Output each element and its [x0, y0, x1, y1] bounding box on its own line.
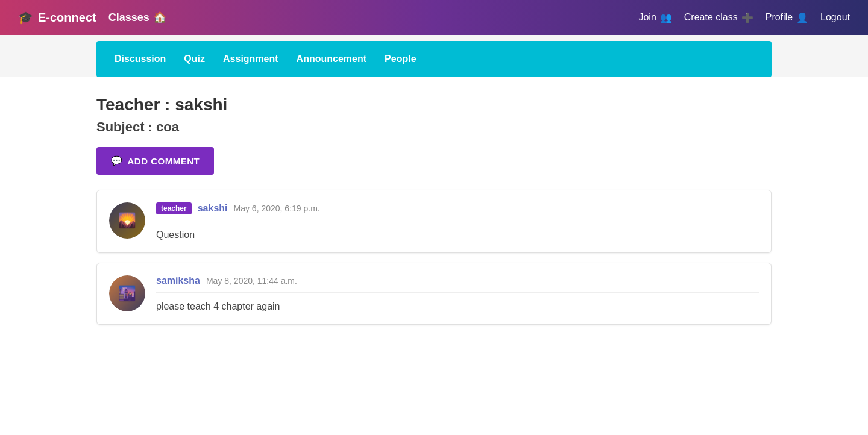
avatar: 🌆 [109, 275, 145, 311]
tab-quiz[interactable]: Quiz [184, 51, 205, 67]
main-content: Teacher : sakshi Subject : coa 💬 ADD COM… [0, 77, 868, 435]
join-link[interactable]: Join 👥 [638, 12, 671, 23]
comment-icon: 💬 [111, 155, 123, 166]
comment-header: teacher sakshi May 6, 2020, 6:19 p.m. [156, 202, 759, 221]
create-class-label: Create class [684, 12, 738, 23]
tab-bar: Discussion Quiz Assignment Announcement … [96, 41, 772, 77]
comment-time: May 8, 2020, 11:44 a.m. [206, 276, 297, 286]
create-class-link[interactable]: Create class ➕ [684, 12, 753, 23]
avatar-image-1: 🌄 [109, 202, 145, 239]
comment-text: Question [156, 227, 759, 240]
create-class-plus-icon: ➕ [741, 12, 753, 23]
classes-link[interactable]: Classes 🏠 [108, 11, 166, 24]
tab-assignment[interactable]: Assignment [223, 51, 278, 67]
classes-label: Classes [108, 11, 149, 24]
profile-link[interactable]: Profile 👤 [766, 12, 808, 23]
comment-card: 🌆 samiksha May 8, 2020, 11:44 a.m. pleas… [96, 263, 772, 325]
tab-discussion[interactable]: Discussion [115, 51, 166, 67]
home-icon: 🏠 [153, 11, 166, 24]
comment-author[interactable]: sakshi [198, 203, 228, 214]
logout-label: Logout [820, 12, 850, 23]
navbar-right: Join 👥 Create class ➕ Profile 👤 Logout [638, 12, 850, 23]
comment-body: teacher sakshi May 6, 2020, 6:19 p.m. Qu… [156, 202, 759, 240]
grad-icon: 🎓 [18, 10, 33, 25]
brand-name: E-connect [38, 11, 96, 25]
comment-body: samiksha May 8, 2020, 11:44 a.m. please … [156, 275, 759, 312]
comment-card: 🌄 teacher sakshi May 6, 2020, 6:19 p.m. … [96, 190, 772, 253]
profile-icon: 👤 [796, 12, 808, 23]
avatar-image-2: 🌆 [109, 275, 145, 311]
add-comment-button[interactable]: 💬 ADD COMMENT [96, 147, 214, 175]
tab-people[interactable]: People [385, 51, 416, 67]
join-icon: 👥 [660, 12, 672, 23]
join-label: Join [638, 12, 656, 23]
comment-text: please teach 4 chapter again [156, 299, 759, 312]
page-subject-label: Subject : coa [96, 119, 772, 135]
logout-link[interactable]: Logout [820, 12, 850, 23]
navbar: 🎓 E-connect Classes 🏠 Join 👥 Create clas… [0, 0, 868, 35]
tab-announcement[interactable]: Announcement [297, 51, 366, 67]
profile-label: Profile [766, 12, 793, 23]
teacher-badge: teacher [156, 202, 192, 214]
comment-header: samiksha May 8, 2020, 11:44 a.m. [156, 275, 759, 293]
brand-logo[interactable]: 🎓 E-connect [18, 10, 96, 25]
avatar: 🌄 [109, 202, 145, 239]
page-teacher-label: Teacher : sakshi [96, 95, 772, 114]
comment-author[interactable]: samiksha [156, 275, 200, 286]
add-comment-label: ADD COMMENT [128, 156, 200, 166]
comment-time: May 6, 2020, 6:19 p.m. [234, 204, 320, 213]
